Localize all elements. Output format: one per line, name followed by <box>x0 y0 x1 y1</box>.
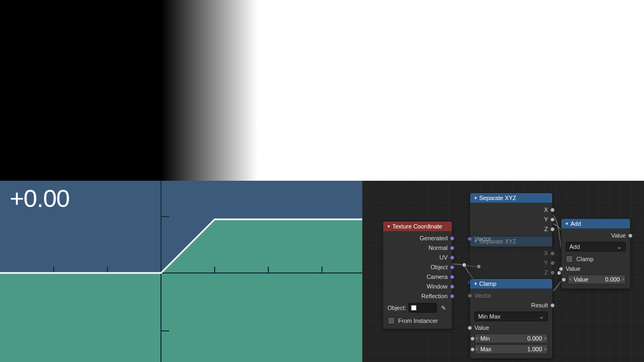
node-clamp[interactable]: Clamp Vector Result Min Max Value Min0.0… <box>470 278 553 359</box>
clamp-mode-select[interactable]: Min Max <box>474 312 548 321</box>
socket-normal[interactable]: Normal <box>383 243 452 253</box>
node-math-add[interactable]: Add Value Add Clamp Value Value0.000 <box>561 218 631 289</box>
socket-camera[interactable]: Camera <box>383 272 452 282</box>
gradient-preview <box>0 0 644 181</box>
socket-generated[interactable]: Generated <box>383 233 452 243</box>
socket-reflection[interactable]: Reflection <box>383 291 452 301</box>
math-op-select[interactable]: Add <box>566 242 626 252</box>
graph-value-readout: +0.00 <box>10 184 69 213</box>
svg-point-9 <box>462 263 466 267</box>
clamp-vector-in[interactable]: Vector <box>470 291 552 300</box>
object-label: Object: <box>387 305 406 311</box>
socket-window[interactable]: Window <box>383 282 452 291</box>
socket-x[interactable]: X <box>470 205 552 215</box>
socket-result[interactable]: Result <box>470 300 552 310</box>
from-instancer-checkbox[interactable]: From Instancer <box>383 315 452 326</box>
node-header[interactable]: Separate XYZ <box>470 237 552 246</box>
socket-value-out[interactable]: Value <box>561 231 630 240</box>
socket-uv[interactable]: UV <box>383 253 452 262</box>
curve-graph: +0.00 <box>0 181 362 362</box>
node-editor[interactable]: Texture Coordinate Generated Normal UV O… <box>362 181 644 362</box>
node-header[interactable]: Clamp <box>470 279 552 289</box>
socket-object[interactable]: Object <box>383 262 452 272</box>
math-value-field[interactable]: Value0.000 <box>568 275 626 284</box>
node-header[interactable]: Separate XYZ <box>470 193 552 203</box>
socket-value-in[interactable]: Value <box>470 323 552 333</box>
socket-y[interactable]: Y <box>470 215 552 224</box>
socket-value-in-1[interactable]: Value <box>561 264 630 274</box>
node-texture-coordinate[interactable]: Texture Coordinate Generated Normal UV O… <box>383 221 452 329</box>
eyedropper-icon[interactable]: ✎ <box>439 305 448 312</box>
clamp-max-field[interactable]: Max1.000 <box>474 344 548 354</box>
object-data-icon <box>411 305 416 311</box>
socket-z[interactable]: Z <box>470 224 552 234</box>
socket-y[interactable]: Y <box>470 258 552 268</box>
math-clamp-checkbox[interactable]: Clamp <box>561 253 630 264</box>
object-field[interactable] <box>408 303 437 313</box>
clamp-min-field[interactable]: Min0.000 <box>474 334 548 343</box>
socket-x[interactable]: X <box>470 248 552 258</box>
socket-z[interactable]: Z <box>470 268 552 277</box>
node-header[interactable]: Add <box>561 219 630 228</box>
node-header[interactable]: Texture Coordinate <box>383 221 452 231</box>
